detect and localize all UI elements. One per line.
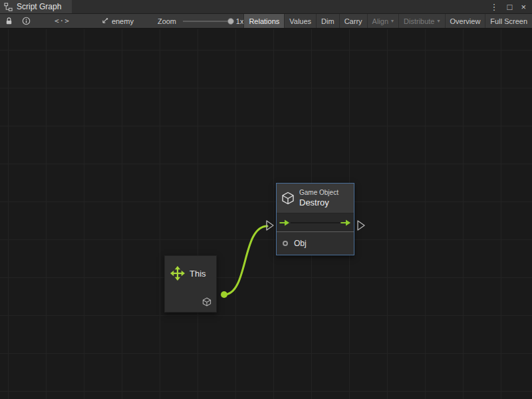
node-destroy-category: Game Object: [299, 189, 338, 196]
node-destroy-obj-row: Obj: [277, 231, 354, 255]
caret-down-icon: ▾: [391, 18, 394, 24]
connection-wire[interactable]: [224, 226, 267, 295]
values-button[interactable]: Values: [284, 14, 316, 28]
relation-line: [291, 222, 340, 223]
align-button-label: Align: [372, 17, 388, 25]
node-destroy-flow-row: [277, 213, 354, 231]
relations-button[interactable]: Relations: [243, 14, 284, 28]
destroy-flow-output-port[interactable]: [358, 221, 364, 230]
script-graph-icon: [4, 3, 13, 11]
destroy-flow-input-port[interactable]: [267, 221, 273, 230]
obj-port-label: Obj: [294, 239, 307, 248]
graph-canvas[interactable]: This Game Object Dest: [0, 29, 532, 399]
zoom-slider-track: [183, 21, 232, 22]
node-this-title: This: [190, 269, 206, 279]
tab-title: Script Graph: [17, 2, 61, 11]
zoom-slider[interactable]: [183, 17, 232, 25]
titlebar-controls: ⋮ □ ×: [490, 0, 532, 13]
carry-button[interactable]: Carry: [339, 14, 367, 28]
code-icon[interactable]: <·>: [55, 17, 70, 25]
flow-in-arrow-icon: [279, 219, 290, 227]
window-maximize-button[interactable]: □: [507, 3, 513, 11]
fullscreen-button[interactable]: Full Screen: [485, 14, 532, 28]
tab-script-graph[interactable]: Script Graph: [0, 0, 72, 13]
window-menu-button[interactable]: ⋮: [490, 3, 499, 11]
distribute-button[interactable]: Distribute ▾: [398, 14, 444, 28]
toolbar-buttons: Relations Values Dim Carry Align ▾ Distr…: [243, 14, 532, 28]
align-button[interactable]: Align ▾: [367, 14, 398, 28]
zoom-value: 1x: [236, 17, 244, 25]
overview-button[interactable]: Overview: [445, 14, 485, 28]
script-graph-window: Script Graph ⋮ □ × <·>: [0, 0, 532, 399]
node-this[interactable]: This: [164, 255, 217, 313]
graph-toolbar: <·> enemy Zoom 1x Relations Values Dim C…: [0, 14, 532, 29]
caret-down-icon: ▾: [438, 18, 440, 24]
this-output-port[interactable]: [221, 291, 227, 298]
node-destroy-title: Destroy: [299, 198, 338, 207]
graph-breadcrumb[interactable]: enemy: [100, 17, 134, 25]
zoom-slider-knob[interactable]: [227, 18, 234, 25]
move-arrows-icon: [170, 266, 185, 281]
zoom-label: Zoom: [158, 17, 176, 25]
connections-overlay: [0, 29, 532, 399]
node-destroy[interactable]: Game Object Destroy: [276, 183, 354, 255]
graph-name: enemy: [112, 17, 134, 25]
cube-icon: [281, 192, 295, 205]
distribute-button-label: Distribute: [404, 17, 434, 25]
cube-icon: [202, 297, 211, 307]
graph-pointer-icon: [100, 17, 108, 25]
info-icon[interactable]: [22, 17, 31, 25]
lock-icon[interactable]: [5, 17, 13, 25]
node-destroy-header: Game Object Destroy: [277, 184, 354, 213]
titlebar: Script Graph ⋮ □ ×: [0, 0, 532, 14]
dim-button[interactable]: Dim: [316, 14, 339, 28]
flow-out-arrow-icon: [340, 219, 351, 227]
window-close-button[interactable]: ×: [521, 3, 526, 11]
obj-input-port[interactable]: [283, 241, 288, 246]
